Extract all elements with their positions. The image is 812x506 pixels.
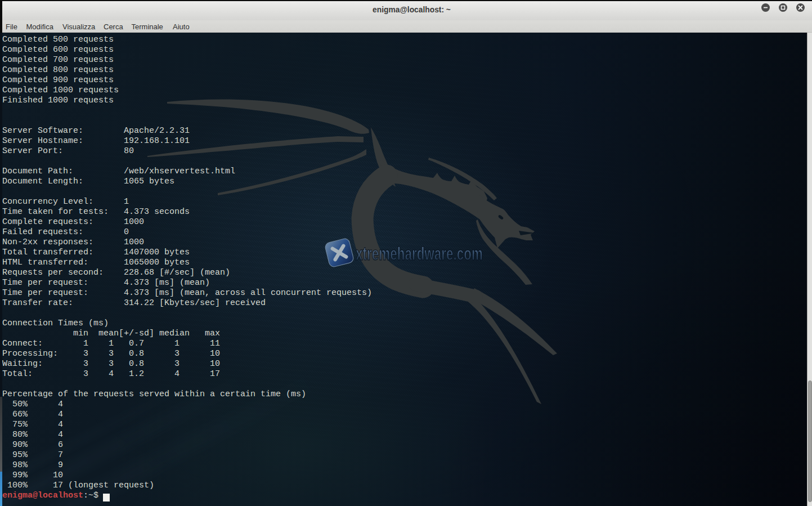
svg-text:xtremehardware.com: xtremehardware.com [356,243,483,264]
